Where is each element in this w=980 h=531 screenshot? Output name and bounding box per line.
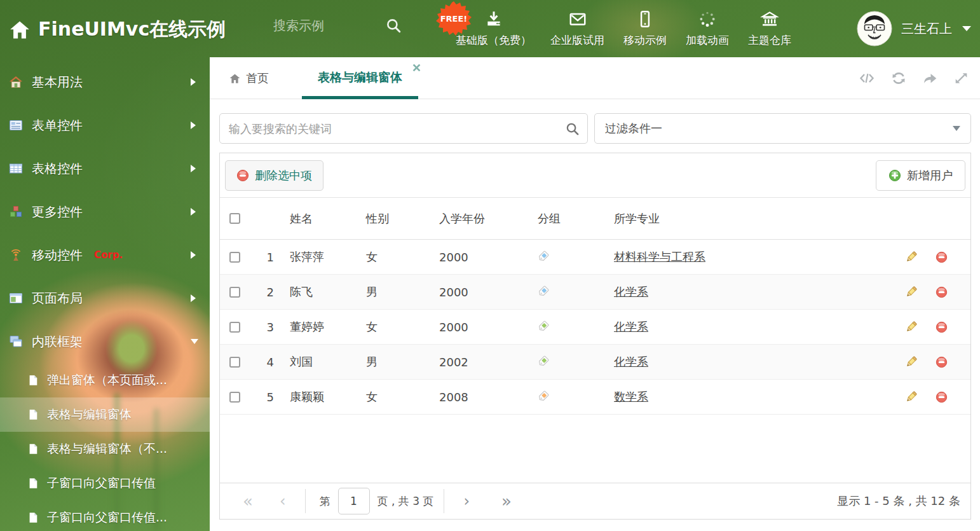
sidebar-item-grid-controls[interactable]: 表格控件 <box>0 147 210 190</box>
cubes-icon <box>9 205 23 219</box>
refresh-icon[interactable] <box>891 71 906 85</box>
delete-icon[interactable] <box>936 356 948 368</box>
select-all-checkbox[interactable] <box>229 213 240 224</box>
keyword-search <box>219 113 588 144</box>
view-source-icon[interactable] <box>859 71 875 85</box>
file-icon <box>27 443 39 455</box>
top-header: FineUIMvc在线示例 FREE! 基础版（免费） <box>0 0 980 57</box>
tab-home[interactable]: 首页 <box>229 57 269 99</box>
sidebar-item-iframe[interactable]: 内联框架 <box>0 320 210 363</box>
tag-icon <box>538 355 550 367</box>
delete-icon[interactable] <box>936 251 948 263</box>
row-checkbox[interactable] <box>229 357 240 368</box>
cell-year: 2000 <box>439 286 538 299</box>
major-link[interactable]: 数学系 <box>614 390 648 403</box>
delete-icon[interactable] <box>936 391 948 403</box>
grid-footer: « ‹ 第 页 , 共 3 页 › » 显示 1 - 5 条 , 共 12 条 <box>220 483 970 519</box>
mobile-icon <box>636 10 655 29</box>
row-checkbox[interactable] <box>229 392 240 403</box>
row-checkbox[interactable] <box>229 322 240 333</box>
cell-name: 康颖颖 <box>274 389 366 404</box>
page-prefix: 第 <box>320 494 330 509</box>
nav-item-theme-repo[interactable]: 主题仓库 <box>738 10 801 48</box>
edit-icon[interactable] <box>905 286 918 298</box>
nav-label: 企业版试用 <box>550 33 604 48</box>
sidebar-item-mobile-controls[interactable]: 移动控件 Corp. <box>0 233 210 277</box>
major-link[interactable]: 化学系 <box>614 320 648 333</box>
avatar <box>857 11 892 46</box>
header-nav: 基础版（免费） 企业版试用 移动示例 <box>446 0 801 57</box>
grid-empty-area <box>220 415 970 483</box>
sidebar-subitem-grid-edit-window[interactable]: 表格与编辑窗体 <box>0 397 210 432</box>
major-link[interactable]: 化学系 <box>614 355 648 368</box>
app-logo[interactable]: FineUIMvc在线示例 <box>9 17 226 43</box>
first-page-button[interactable]: « <box>243 493 253 509</box>
table-row: 3 董婷婷 女 2000 化学系 <box>220 310 970 345</box>
table-icon <box>9 162 23 176</box>
sidebar-item-form-controls[interactable]: 表单控件 <box>0 104 210 147</box>
sidebar-subitem-popup-window[interactable]: 弹出窗体（本页面或... <box>0 363 210 397</box>
col-header-gender: 性别 <box>366 211 439 226</box>
sidebar-item-basic-usage[interactable]: 基本用法 <box>0 60 210 104</box>
layout-icon <box>9 291 23 305</box>
main-content: 首页 表格与编辑窗体 <box>210 57 980 531</box>
app-window: FineUIMvc在线示例 FREE! 基础版（免费） <box>0 0 980 531</box>
sidebar-item-more-controls[interactable]: 更多控件 <box>0 190 210 233</box>
search-icon[interactable] <box>565 121 580 136</box>
nav-item-loading-animation[interactable]: 加载动画 <box>676 10 738 48</box>
chevron-right-icon <box>191 78 196 86</box>
search-icon[interactable] <box>385 17 402 34</box>
sidebar-subitem-grid-edit-window-no[interactable]: 表格与编辑窗体（不... <box>0 432 210 466</box>
record-summary: 显示 1 - 5 条 , 共 12 条 <box>837 493 970 509</box>
cell-name: 张萍萍 <box>274 249 366 265</box>
prev-page-button[interactable]: ‹ <box>280 493 286 509</box>
nav-item-mobile-demo[interactable]: 移动示例 <box>614 10 676 48</box>
user-grid: 删除选中项 新增用户 姓名 性别 入学年份 分组 所学专业 1 <box>219 153 971 520</box>
major-link[interactable]: 材料科学与工程系 <box>614 250 705 263</box>
major-link[interactable]: 化学系 <box>614 285 648 298</box>
table-row: 2 陈飞 男 2000 化学系 <box>220 275 970 310</box>
divider <box>305 489 306 513</box>
cell-year: 2000 <box>439 321 538 334</box>
user-menu[interactable]: 三生石上 <box>857 0 971 57</box>
col-header-name: 姓名 <box>274 211 366 226</box>
edit-icon[interactable] <box>905 251 918 263</box>
edit-icon[interactable] <box>905 321 918 333</box>
page-number-input[interactable] <box>338 488 370 514</box>
file-icon <box>27 375 39 386</box>
header-search-input[interactable] <box>273 18 375 33</box>
sidebar: 基本用法 表单控件 表格控件 <box>0 57 210 531</box>
minus-circle-icon <box>236 169 249 182</box>
delete-icon[interactable] <box>936 286 948 298</box>
nav-item-enterprise-trial[interactable]: 企业版试用 <box>541 10 614 48</box>
tab-grid-edit-window[interactable]: 表格与编辑窗体 <box>302 57 418 99</box>
delete-selected-button[interactable]: 删除选中项 <box>225 160 323 191</box>
table-row: 5 康颖颖 女 2008 数学系 <box>220 380 970 415</box>
last-page-button[interactable]: » <box>501 493 512 509</box>
close-icon[interactable] <box>412 64 421 72</box>
tag-icon <box>538 390 550 402</box>
share-icon[interactable] <box>922 71 938 85</box>
keyword-search-input[interactable] <box>219 113 588 144</box>
sidebar-subitem-child-to-parent-2[interactable]: 子窗口向父窗口传值... <box>0 500 210 531</box>
cell-year: 2008 <box>439 390 538 404</box>
chevron-right-icon <box>191 251 196 259</box>
file-icon <box>27 478 39 489</box>
filter-dropdown[interactable]: 过滤条件一 <box>594 113 971 144</box>
form-icon <box>9 118 23 132</box>
add-user-button[interactable]: 新增用户 <box>876 160 965 191</box>
row-checkbox[interactable] <box>229 287 240 298</box>
cell-name: 陈飞 <box>274 284 366 300</box>
expand-icon[interactable] <box>954 71 969 85</box>
edit-icon[interactable] <box>905 390 918 403</box>
row-checkbox[interactable] <box>229 252 240 263</box>
nav-label: 主题仓库 <box>748 33 791 48</box>
delete-icon[interactable] <box>936 321 948 333</box>
nav-label: 加载动画 <box>686 33 729 48</box>
next-page-button[interactable]: › <box>463 493 470 509</box>
sidebar-item-page-layout[interactable]: 页面布局 <box>0 277 210 320</box>
sidebar-subitem-child-to-parent[interactable]: 子窗口向父窗口传值 <box>0 466 210 500</box>
filter-row: 过滤条件一 <box>219 113 971 144</box>
chevron-right-icon <box>191 208 196 216</box>
edit-icon[interactable] <box>905 355 918 368</box>
